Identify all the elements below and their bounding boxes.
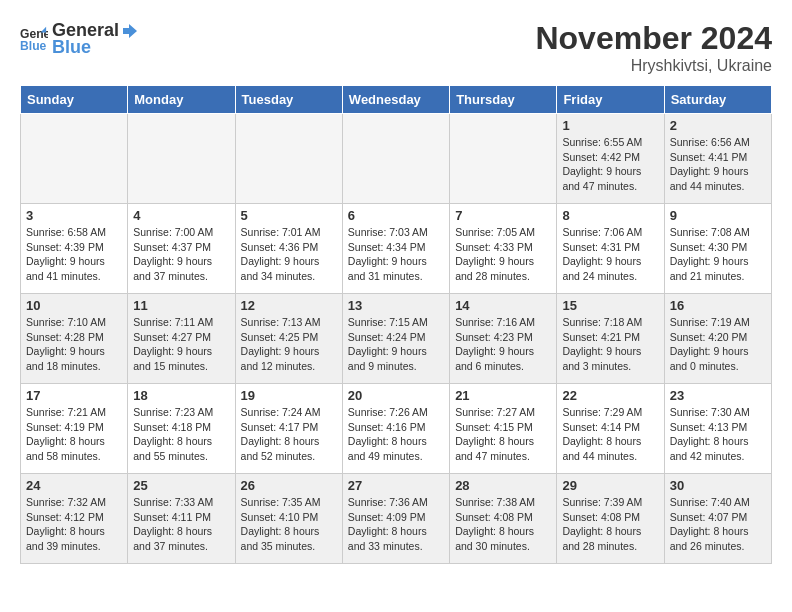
day-number: 2 — [670, 118, 766, 133]
day-number: 21 — [455, 388, 551, 403]
day-number: 14 — [455, 298, 551, 313]
calendar-week-2: 3Sunrise: 6:58 AM Sunset: 4:39 PM Daylig… — [21, 204, 772, 294]
calendar-cell: 15Sunrise: 7:18 AM Sunset: 4:21 PM Dayli… — [557, 294, 664, 384]
day-number: 15 — [562, 298, 658, 313]
calendar-cell — [342, 114, 449, 204]
calendar-cell: 9Sunrise: 7:08 AM Sunset: 4:30 PM Daylig… — [664, 204, 771, 294]
day-number: 5 — [241, 208, 337, 223]
day-number: 6 — [348, 208, 444, 223]
day-number: 20 — [348, 388, 444, 403]
calendar-cell: 28Sunrise: 7:38 AM Sunset: 4:08 PM Dayli… — [450, 474, 557, 564]
day-info: Sunrise: 7:19 AM Sunset: 4:20 PM Dayligh… — [670, 315, 766, 374]
day-info: Sunrise: 7:08 AM Sunset: 4:30 PM Dayligh… — [670, 225, 766, 284]
calendar-cell: 14Sunrise: 7:16 AM Sunset: 4:23 PM Dayli… — [450, 294, 557, 384]
day-info: Sunrise: 7:16 AM Sunset: 4:23 PM Dayligh… — [455, 315, 551, 374]
day-info: Sunrise: 6:56 AM Sunset: 4:41 PM Dayligh… — [670, 135, 766, 194]
day-info: Sunrise: 7:03 AM Sunset: 4:34 PM Dayligh… — [348, 225, 444, 284]
day-info: Sunrise: 7:32 AM Sunset: 4:12 PM Dayligh… — [26, 495, 122, 554]
day-number: 16 — [670, 298, 766, 313]
title-block: November 2024 Hryshkivtsi, Ukraine — [535, 20, 772, 75]
calendar-week-4: 17Sunrise: 7:21 AM Sunset: 4:19 PM Dayli… — [21, 384, 772, 474]
day-info: Sunrise: 7:39 AM Sunset: 4:08 PM Dayligh… — [562, 495, 658, 554]
day-number: 4 — [133, 208, 229, 223]
calendar-cell — [450, 114, 557, 204]
day-number: 28 — [455, 478, 551, 493]
day-number: 10 — [26, 298, 122, 313]
calendar-cell: 1Sunrise: 6:55 AM Sunset: 4:42 PM Daylig… — [557, 114, 664, 204]
day-info: Sunrise: 7:40 AM Sunset: 4:07 PM Dayligh… — [670, 495, 766, 554]
calendar-cell: 19Sunrise: 7:24 AM Sunset: 4:17 PM Dayli… — [235, 384, 342, 474]
weekday-header-saturday: Saturday — [664, 86, 771, 114]
calendar-week-3: 10Sunrise: 7:10 AM Sunset: 4:28 PM Dayli… — [21, 294, 772, 384]
calendar-cell: 16Sunrise: 7:19 AM Sunset: 4:20 PM Dayli… — [664, 294, 771, 384]
location-subtitle: Hryshkivtsi, Ukraine — [535, 57, 772, 75]
day-number: 9 — [670, 208, 766, 223]
logo-icon: General Blue — [20, 25, 48, 53]
calendar-cell: 26Sunrise: 7:35 AM Sunset: 4:10 PM Dayli… — [235, 474, 342, 564]
calendar-cell: 11Sunrise: 7:11 AM Sunset: 4:27 PM Dayli… — [128, 294, 235, 384]
calendar-cell — [128, 114, 235, 204]
calendar-cell: 5Sunrise: 7:01 AM Sunset: 4:36 PM Daylig… — [235, 204, 342, 294]
calendar-week-5: 24Sunrise: 7:32 AM Sunset: 4:12 PM Dayli… — [21, 474, 772, 564]
page-header: General Blue General Blue November 2024 … — [20, 20, 772, 75]
weekday-header-wednesday: Wednesday — [342, 86, 449, 114]
day-number: 1 — [562, 118, 658, 133]
day-number: 8 — [562, 208, 658, 223]
calendar-cell: 18Sunrise: 7:23 AM Sunset: 4:18 PM Dayli… — [128, 384, 235, 474]
day-info: Sunrise: 7:30 AM Sunset: 4:13 PM Dayligh… — [670, 405, 766, 464]
calendar-cell: 3Sunrise: 6:58 AM Sunset: 4:39 PM Daylig… — [21, 204, 128, 294]
day-info: Sunrise: 7:33 AM Sunset: 4:11 PM Dayligh… — [133, 495, 229, 554]
calendar-cell: 10Sunrise: 7:10 AM Sunset: 4:28 PM Dayli… — [21, 294, 128, 384]
calendar-cell: 22Sunrise: 7:29 AM Sunset: 4:14 PM Dayli… — [557, 384, 664, 474]
calendar-cell: 13Sunrise: 7:15 AM Sunset: 4:24 PM Dayli… — [342, 294, 449, 384]
day-number: 17 — [26, 388, 122, 403]
weekday-header-monday: Monday — [128, 86, 235, 114]
calendar-cell: 17Sunrise: 7:21 AM Sunset: 4:19 PM Dayli… — [21, 384, 128, 474]
weekday-header-sunday: Sunday — [21, 86, 128, 114]
day-info: Sunrise: 7:00 AM Sunset: 4:37 PM Dayligh… — [133, 225, 229, 284]
day-number: 11 — [133, 298, 229, 313]
day-number: 19 — [241, 388, 337, 403]
day-info: Sunrise: 7:26 AM Sunset: 4:16 PM Dayligh… — [348, 405, 444, 464]
day-number: 27 — [348, 478, 444, 493]
day-info: Sunrise: 7:23 AM Sunset: 4:18 PM Dayligh… — [133, 405, 229, 464]
day-number: 24 — [26, 478, 122, 493]
day-info: Sunrise: 7:38 AM Sunset: 4:08 PM Dayligh… — [455, 495, 551, 554]
day-number: 13 — [348, 298, 444, 313]
day-info: Sunrise: 7:27 AM Sunset: 4:15 PM Dayligh… — [455, 405, 551, 464]
calendar-cell: 25Sunrise: 7:33 AM Sunset: 4:11 PM Dayli… — [128, 474, 235, 564]
calendar-cell: 24Sunrise: 7:32 AM Sunset: 4:12 PM Dayli… — [21, 474, 128, 564]
calendar-cell: 6Sunrise: 7:03 AM Sunset: 4:34 PM Daylig… — [342, 204, 449, 294]
day-number: 18 — [133, 388, 229, 403]
day-info: Sunrise: 7:24 AM Sunset: 4:17 PM Dayligh… — [241, 405, 337, 464]
day-info: Sunrise: 7:15 AM Sunset: 4:24 PM Dayligh… — [348, 315, 444, 374]
weekday-header-friday: Friday — [557, 86, 664, 114]
calendar-cell — [21, 114, 128, 204]
day-number: 30 — [670, 478, 766, 493]
day-info: Sunrise: 7:18 AM Sunset: 4:21 PM Dayligh… — [562, 315, 658, 374]
day-number: 7 — [455, 208, 551, 223]
day-info: Sunrise: 7:11 AM Sunset: 4:27 PM Dayligh… — [133, 315, 229, 374]
svg-marker-3 — [123, 24, 137, 38]
logo: General Blue General Blue — [20, 20, 139, 58]
weekday-header-tuesday: Tuesday — [235, 86, 342, 114]
calendar-cell: 4Sunrise: 7:00 AM Sunset: 4:37 PM Daylig… — [128, 204, 235, 294]
calendar-cell: 2Sunrise: 6:56 AM Sunset: 4:41 PM Daylig… — [664, 114, 771, 204]
weekday-header-thursday: Thursday — [450, 86, 557, 114]
calendar-cell: 21Sunrise: 7:27 AM Sunset: 4:15 PM Dayli… — [450, 384, 557, 474]
month-title: November 2024 — [535, 20, 772, 57]
calendar-cell: 30Sunrise: 7:40 AM Sunset: 4:07 PM Dayli… — [664, 474, 771, 564]
svg-text:Blue: Blue — [20, 39, 47, 53]
day-info: Sunrise: 7:06 AM Sunset: 4:31 PM Dayligh… — [562, 225, 658, 284]
day-info: Sunrise: 7:13 AM Sunset: 4:25 PM Dayligh… — [241, 315, 337, 374]
day-info: Sunrise: 6:58 AM Sunset: 4:39 PM Dayligh… — [26, 225, 122, 284]
calendar-cell: 20Sunrise: 7:26 AM Sunset: 4:16 PM Dayli… — [342, 384, 449, 474]
day-number: 22 — [562, 388, 658, 403]
calendar-cell: 12Sunrise: 7:13 AM Sunset: 4:25 PM Dayli… — [235, 294, 342, 384]
calendar-week-1: 1Sunrise: 6:55 AM Sunset: 4:42 PM Daylig… — [21, 114, 772, 204]
day-info: Sunrise: 6:55 AM Sunset: 4:42 PM Dayligh… — [562, 135, 658, 194]
header-row: SundayMondayTuesdayWednesdayThursdayFrid… — [21, 86, 772, 114]
day-number: 29 — [562, 478, 658, 493]
day-info: Sunrise: 7:29 AM Sunset: 4:14 PM Dayligh… — [562, 405, 658, 464]
calendar-cell: 8Sunrise: 7:06 AM Sunset: 4:31 PM Daylig… — [557, 204, 664, 294]
